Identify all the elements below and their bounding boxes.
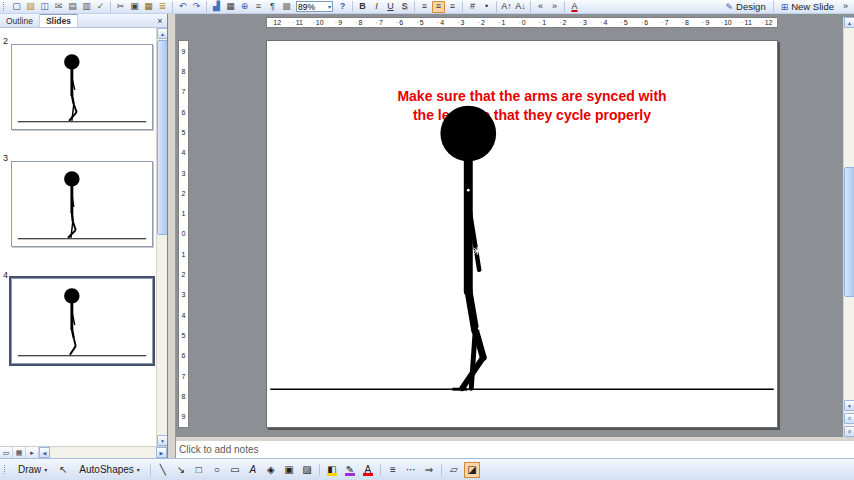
- ruler-number: 0: [179, 224, 188, 244]
- oval-button[interactable]: ○: [209, 462, 225, 478]
- dash-style-button[interactable]: ⋯: [403, 462, 419, 478]
- insert-hyperlink-icon[interactable]: ⊕: [238, 1, 251, 13]
- clip-art-button[interactable]: ▣: [281, 462, 297, 478]
- ruler-number: 5: [614, 19, 634, 26]
- rectangle-button[interactable]: □: [191, 462, 207, 478]
- numbering-button[interactable]: #: [466, 1, 479, 13]
- pane-splitter[interactable]: [168, 14, 176, 458]
- align-left-button[interactable]: ≡: [418, 1, 431, 13]
- 3d-style-button[interactable]: ◪: [464, 462, 480, 478]
- line-style-button[interactable]: ≡: [385, 462, 401, 478]
- underline-button[interactable]: U: [384, 1, 397, 13]
- separator: [462, 1, 463, 13]
- redo-icon[interactable]: ↷: [190, 1, 203, 13]
- chevron-down-icon[interactable]: ▾: [328, 3, 331, 10]
- shadow-style-button[interactable]: ▱: [446, 462, 462, 478]
- italic-button[interactable]: I: [370, 1, 383, 13]
- ruler-number: 7: [179, 82, 188, 102]
- spelling-icon[interactable]: ✓: [94, 1, 107, 13]
- font-color-button[interactable]: A: [568, 1, 581, 13]
- scroll-left-icon[interactable]: ◀: [39, 447, 50, 458]
- ruler-number: 8: [675, 19, 695, 26]
- open-icon[interactable]: ▧: [24, 1, 37, 13]
- new-icon[interactable]: ▢: [10, 1, 23, 13]
- new-slide-button[interactable]: ⊞ New Slide: [777, 0, 838, 13]
- stick-figure[interactable]: [267, 41, 777, 427]
- scroll-up-icon[interactable]: ▲: [157, 28, 167, 39]
- tab-outline[interactable]: Outline: [0, 14, 40, 27]
- show-formatting-icon[interactable]: ¶: [266, 1, 279, 13]
- design-button[interactable]: ✎ Design: [722, 0, 770, 13]
- slides-pane-vscrollbar[interactable]: ▲ ▼: [156, 28, 167, 446]
- arrow-button[interactable]: ↘: [173, 462, 189, 478]
- expand-all-icon[interactable]: ≡: [252, 1, 265, 13]
- fill-color-button[interactable]: ◧: [324, 462, 340, 478]
- save-icon[interactable]: ◫: [38, 1, 51, 13]
- print-icon[interactable]: ▤: [66, 1, 79, 13]
- scroll-up-icon[interactable]: ▲: [844, 17, 854, 28]
- slide-canvas[interactable]: Make sure that the arms are synced with …: [266, 40, 778, 428]
- paste-icon[interactable]: ▦: [142, 1, 155, 13]
- scroll-down-icon[interactable]: ▼: [157, 435, 167, 446]
- zoom-combobox[interactable]: 89% ▾: [296, 1, 333, 12]
- scrollbar-thumb[interactable]: [844, 167, 854, 297]
- ruler-number: 3: [179, 285, 188, 305]
- notes-pane[interactable]: Click to add notes: [176, 437, 854, 458]
- normal-view-button[interactable]: ▭: [0, 447, 13, 458]
- show-grid-icon[interactable]: ▩: [280, 1, 293, 13]
- slides-pane-hscrollbar[interactable]: ◀ ▶: [39, 447, 167, 458]
- slide-thumbnail-2[interactable]: [11, 44, 153, 130]
- ruler-number: 4: [594, 19, 614, 26]
- select-objects-button[interactable]: ↖: [55, 462, 71, 478]
- bold-button[interactable]: B: [356, 1, 369, 13]
- arrow-style-button[interactable]: ⇒: [421, 462, 437, 478]
- line-color-button[interactable]: ✎: [342, 462, 358, 478]
- toolbar-grip[interactable]: [4, 465, 7, 474]
- help-icon[interactable]: ?: [336, 1, 349, 13]
- slideshow-button[interactable]: ▸: [26, 447, 39, 458]
- close-icon[interactable]: ×: [153, 14, 167, 27]
- vertical-ruler: 9876543210123456789: [178, 40, 189, 428]
- text-box-button[interactable]: ▭: [227, 462, 243, 478]
- font-color-draw-button[interactable]: A: [360, 462, 376, 478]
- wordart-button[interactable]: A: [245, 462, 261, 478]
- next-slide-button[interactable]: «: [844, 426, 854, 437]
- separator: [319, 464, 320, 476]
- insert-picture-button[interactable]: ▨: [299, 462, 315, 478]
- editor-vscrollbar[interactable]: ▲ ▼ « «: [843, 17, 854, 437]
- format-painter-icon[interactable]: ≣: [156, 1, 169, 13]
- slide-thumbnail-4[interactable]: [11, 278, 153, 364]
- decrease-font-button[interactable]: A↓: [514, 1, 527, 13]
- ruler-number: 4: [179, 143, 188, 163]
- slide-sorter-view-button[interactable]: ▦: [13, 447, 26, 458]
- previous-slide-button[interactable]: «: [844, 413, 854, 424]
- print-preview-icon[interactable]: ▥: [80, 1, 93, 13]
- toolbar-grip[interactable]: [3, 2, 6, 11]
- email-icon[interactable]: ✉: [52, 1, 65, 13]
- scrollbar-thumb[interactable]: [157, 40, 167, 235]
- draw-menu-button[interactable]: Draw ▾: [12, 461, 53, 478]
- increase-font-button[interactable]: A↑: [500, 1, 513, 13]
- align-right-button[interactable]: ≡: [446, 1, 459, 13]
- shadow-button[interactable]: S: [398, 1, 411, 13]
- toolbar-options-icon[interactable]: »: [839, 1, 852, 13]
- undo-icon[interactable]: ↶: [176, 1, 189, 13]
- insert-table-icon[interactable]: ▦: [224, 1, 237, 13]
- ruler-number: 11: [736, 19, 756, 26]
- cut-icon[interactable]: ✂: [114, 1, 127, 13]
- bullets-button[interactable]: •: [480, 1, 493, 13]
- scroll-down-icon[interactable]: ▼: [844, 400, 854, 411]
- autoshapes-menu-button[interactable]: AutoShapes ▾: [73, 461, 146, 478]
- scrollbar-track[interactable]: [50, 447, 156, 458]
- copy-icon[interactable]: ▣: [128, 1, 141, 13]
- increase-indent-button[interactable]: »: [548, 1, 561, 13]
- decrease-indent-button[interactable]: «: [534, 1, 547, 13]
- tab-slides[interactable]: Slides: [40, 14, 78, 27]
- scroll-right-icon[interactable]: ▶: [156, 447, 167, 458]
- align-center-button[interactable]: ≡: [432, 1, 445, 13]
- diagram-button[interactable]: ◈: [263, 462, 279, 478]
- ruler-number: 12: [267, 19, 287, 26]
- insert-chart-icon[interactable]: ▟: [210, 1, 223, 13]
- slide-thumbnail-3[interactable]: [11, 161, 153, 247]
- line-button[interactable]: ╲: [155, 462, 171, 478]
